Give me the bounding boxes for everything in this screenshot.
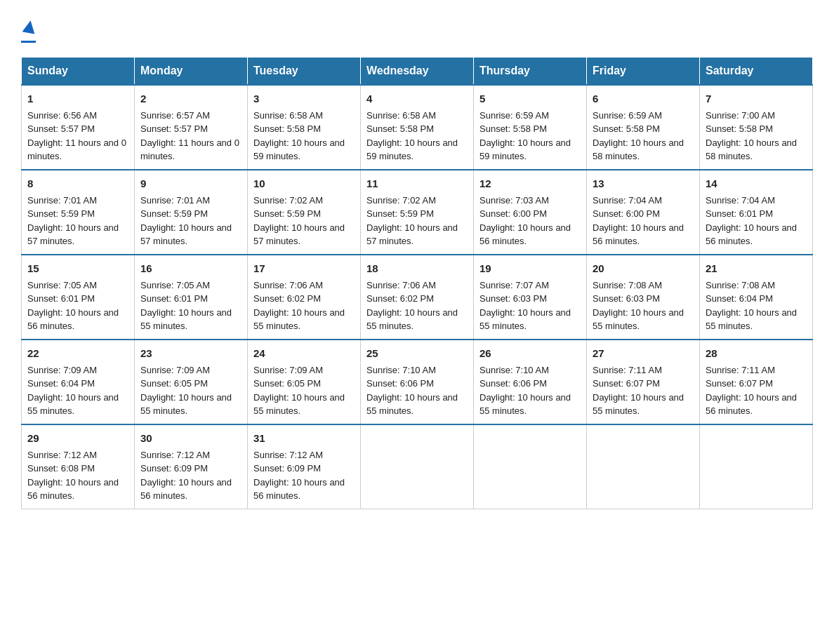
day-number: 9 bbox=[140, 176, 241, 191]
day-number: 26 bbox=[479, 346, 581, 361]
calendar-header-thursday: Thursday bbox=[474, 57, 587, 85]
calendar-header-friday: Friday bbox=[587, 57, 700, 85]
calendar-day-12: 12Sunrise: 7:03 AMSunset: 6:00 PMDayligh… bbox=[474, 170, 587, 255]
calendar-day-22: 22Sunrise: 7:09 AMSunset: 6:04 PMDayligh… bbox=[22, 340, 135, 424]
day-info: Sunrise: 6:56 AMSunset: 5:57 PMDaylight:… bbox=[27, 109, 128, 163]
calendar-day-2: 2Sunrise: 6:57 AMSunset: 5:57 PMDaylight… bbox=[135, 85, 248, 170]
day-info: Sunrise: 7:07 AMSunset: 6:03 PMDaylight:… bbox=[479, 279, 581, 333]
calendar-day-7: 7Sunrise: 7:00 AMSunset: 5:58 PMDaylight… bbox=[700, 85, 813, 170]
calendar-week-5: 29Sunrise: 7:12 AMSunset: 6:08 PMDayligh… bbox=[22, 424, 813, 509]
calendar-header-saturday: Saturday bbox=[700, 57, 813, 85]
calendar-empty-cell bbox=[587, 424, 700, 509]
calendar-week-3: 15Sunrise: 7:05 AMSunset: 6:01 PMDayligh… bbox=[22, 255, 813, 340]
day-info: Sunrise: 7:11 AMSunset: 6:07 PMDaylight:… bbox=[706, 363, 807, 418]
calendar-day-25: 25Sunrise: 7:10 AMSunset: 6:06 PMDayligh… bbox=[361, 340, 474, 424]
calendar-empty-cell bbox=[700, 424, 813, 509]
day-info: Sunrise: 7:12 AMSunset: 6:09 PMDaylight:… bbox=[140, 448, 241, 503]
day-number: 22 bbox=[27, 346, 128, 361]
day-number: 18 bbox=[366, 261, 468, 276]
day-number: 15 bbox=[27, 261, 128, 276]
day-info: Sunrise: 7:04 AMSunset: 6:00 PMDaylight:… bbox=[593, 194, 694, 248]
day-number: 7 bbox=[706, 91, 807, 106]
calendar-week-2: 8Sunrise: 7:01 AMSunset: 5:59 PMDaylight… bbox=[22, 170, 813, 255]
calendar-header-tuesday: Tuesday bbox=[248, 57, 361, 85]
calendar-header-monday: Monday bbox=[135, 57, 248, 85]
calendar-day-3: 3Sunrise: 6:58 AMSunset: 5:58 PMDaylight… bbox=[248, 85, 361, 170]
calendar-day-16: 16Sunrise: 7:05 AMSunset: 6:01 PMDayligh… bbox=[135, 255, 248, 340]
day-info: Sunrise: 7:10 AMSunset: 6:06 PMDaylight:… bbox=[479, 363, 581, 418]
day-number: 29 bbox=[27, 431, 128, 445]
day-number: 31 bbox=[253, 431, 355, 445]
calendar-day-5: 5Sunrise: 6:59 AMSunset: 5:58 PMDaylight… bbox=[474, 85, 587, 170]
day-number: 5 bbox=[479, 91, 581, 106]
day-info: Sunrise: 7:02 AMSunset: 5:59 PMDaylight:… bbox=[366, 194, 468, 248]
day-number: 1 bbox=[27, 91, 128, 106]
calendar-day-23: 23Sunrise: 7:09 AMSunset: 6:05 PMDayligh… bbox=[135, 340, 248, 424]
day-info: Sunrise: 7:02 AMSunset: 5:59 PMDaylight:… bbox=[253, 194, 355, 248]
calendar-day-27: 27Sunrise: 7:11 AMSunset: 6:07 PMDayligh… bbox=[587, 340, 700, 424]
calendar-empty-cell bbox=[361, 424, 474, 509]
day-number: 12 bbox=[479, 176, 581, 191]
calendar-header-wednesday: Wednesday bbox=[361, 57, 474, 85]
calendar-day-18: 18Sunrise: 7:06 AMSunset: 6:02 PMDayligh… bbox=[361, 255, 474, 340]
calendar-day-19: 19Sunrise: 7:07 AMSunset: 6:03 PMDayligh… bbox=[474, 255, 587, 340]
calendar-empty-cell bbox=[474, 424, 587, 509]
day-number: 25 bbox=[366, 346, 468, 361]
day-number: 11 bbox=[366, 176, 468, 191]
day-info: Sunrise: 6:57 AMSunset: 5:57 PMDaylight:… bbox=[140, 109, 241, 163]
day-info: Sunrise: 7:03 AMSunset: 6:00 PMDaylight:… bbox=[479, 194, 581, 248]
calendar-day-9: 9Sunrise: 7:01 AMSunset: 5:59 PMDaylight… bbox=[135, 170, 248, 255]
day-info: Sunrise: 7:06 AMSunset: 6:02 PMDaylight:… bbox=[366, 279, 468, 333]
day-info: Sunrise: 7:12 AMSunset: 6:08 PMDaylight:… bbox=[27, 448, 128, 503]
calendar-day-29: 29Sunrise: 7:12 AMSunset: 6:08 PMDayligh… bbox=[22, 424, 135, 509]
day-number: 3 bbox=[253, 91, 355, 106]
day-info: Sunrise: 7:05 AMSunset: 6:01 PMDaylight:… bbox=[27, 279, 128, 333]
calendar-day-4: 4Sunrise: 6:58 AMSunset: 5:58 PMDaylight… bbox=[361, 85, 474, 170]
day-info: Sunrise: 7:12 AMSunset: 6:09 PMDaylight:… bbox=[253, 448, 355, 503]
logo-icon bbox=[21, 20, 36, 33]
calendar-header-row: SundayMondayTuesdayWednesdayThursdayFrid… bbox=[22, 57, 813, 85]
calendar-day-15: 15Sunrise: 7:05 AMSunset: 6:01 PMDayligh… bbox=[22, 255, 135, 340]
logo bbox=[21, 14, 36, 43]
day-info: Sunrise: 6:59 AMSunset: 5:58 PMDaylight:… bbox=[479, 109, 581, 163]
day-number: 21 bbox=[706, 261, 807, 276]
day-info: Sunrise: 7:01 AMSunset: 5:59 PMDaylight:… bbox=[140, 194, 241, 248]
day-number: 23 bbox=[140, 346, 241, 361]
calendar-day-17: 17Sunrise: 7:06 AMSunset: 6:02 PMDayligh… bbox=[248, 255, 361, 340]
day-number: 20 bbox=[593, 261, 694, 276]
day-number: 8 bbox=[27, 176, 128, 191]
day-number: 30 bbox=[140, 431, 241, 445]
calendar-week-4: 22Sunrise: 7:09 AMSunset: 6:04 PMDayligh… bbox=[22, 340, 813, 424]
day-info: Sunrise: 7:10 AMSunset: 6:06 PMDaylight:… bbox=[366, 363, 468, 418]
day-info: Sunrise: 7:08 AMSunset: 6:03 PMDaylight:… bbox=[593, 279, 694, 333]
calendar-table: SundayMondayTuesdayWednesdayThursdayFrid… bbox=[21, 57, 813, 509]
calendar-day-24: 24Sunrise: 7:09 AMSunset: 6:05 PMDayligh… bbox=[248, 340, 361, 424]
day-info: Sunrise: 7:09 AMSunset: 6:05 PMDaylight:… bbox=[253, 363, 355, 418]
day-info: Sunrise: 6:58 AMSunset: 5:58 PMDaylight:… bbox=[366, 109, 468, 163]
calendar-day-26: 26Sunrise: 7:10 AMSunset: 6:06 PMDayligh… bbox=[474, 340, 587, 424]
day-number: 4 bbox=[366, 91, 468, 106]
day-number: 19 bbox=[479, 261, 581, 276]
day-info: Sunrise: 6:58 AMSunset: 5:58 PMDaylight:… bbox=[253, 109, 355, 163]
calendar-day-20: 20Sunrise: 7:08 AMSunset: 6:03 PMDayligh… bbox=[587, 255, 700, 340]
calendar-day-6: 6Sunrise: 6:59 AMSunset: 5:58 PMDaylight… bbox=[587, 85, 700, 170]
day-number: 27 bbox=[593, 346, 694, 361]
calendar-header-sunday: Sunday bbox=[22, 57, 135, 85]
day-info: Sunrise: 6:59 AMSunset: 5:58 PMDaylight:… bbox=[593, 109, 694, 163]
day-info: Sunrise: 7:01 AMSunset: 5:59 PMDaylight:… bbox=[27, 194, 128, 248]
calendar-day-14: 14Sunrise: 7:04 AMSunset: 6:01 PMDayligh… bbox=[700, 170, 813, 255]
day-info: Sunrise: 7:08 AMSunset: 6:04 PMDaylight:… bbox=[706, 279, 807, 333]
day-info: Sunrise: 7:09 AMSunset: 6:05 PMDaylight:… bbox=[140, 363, 241, 418]
day-number: 10 bbox=[253, 176, 355, 191]
calendar-day-11: 11Sunrise: 7:02 AMSunset: 5:59 PMDayligh… bbox=[361, 170, 474, 255]
calendar-day-28: 28Sunrise: 7:11 AMSunset: 6:07 PMDayligh… bbox=[700, 340, 813, 424]
calendar-week-1: 1Sunrise: 6:56 AMSunset: 5:57 PMDaylight… bbox=[22, 85, 813, 170]
day-number: 13 bbox=[593, 176, 694, 191]
calendar-day-10: 10Sunrise: 7:02 AMSunset: 5:59 PMDayligh… bbox=[248, 170, 361, 255]
day-info: Sunrise: 7:04 AMSunset: 6:01 PMDaylight:… bbox=[706, 194, 807, 248]
calendar-day-31: 31Sunrise: 7:12 AMSunset: 6:09 PMDayligh… bbox=[248, 424, 361, 509]
calendar-day-13: 13Sunrise: 7:04 AMSunset: 6:00 PMDayligh… bbox=[587, 170, 700, 255]
day-number: 2 bbox=[140, 91, 241, 106]
calendar-day-8: 8Sunrise: 7:01 AMSunset: 5:59 PMDaylight… bbox=[22, 170, 135, 255]
calendar-day-21: 21Sunrise: 7:08 AMSunset: 6:04 PMDayligh… bbox=[700, 255, 813, 340]
